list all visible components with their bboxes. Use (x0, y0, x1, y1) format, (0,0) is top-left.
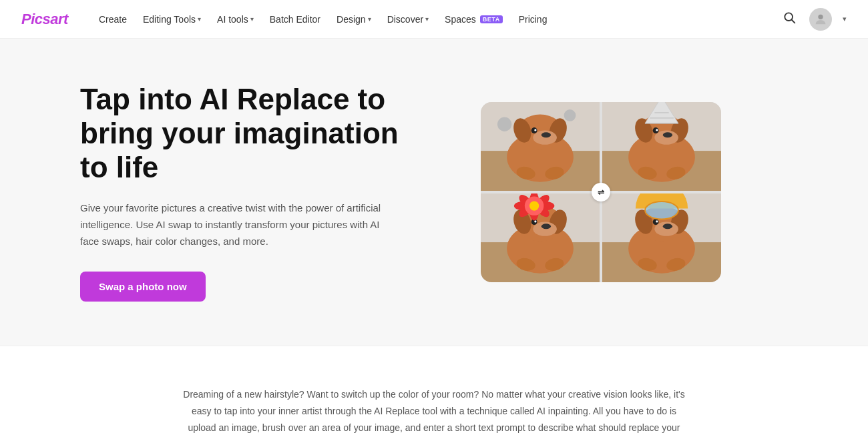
chevron-down-icon: ▾ (368, 15, 371, 23)
dog-image-hat1 (602, 102, 721, 191)
nav-link-create[interactable]: Create (92, 10, 134, 29)
nav-right: ▾ (780, 8, 847, 31)
svg-line-1 (792, 20, 795, 23)
bottom-section: Dreaming of a new hairstyle? Want to swi… (0, 346, 868, 439)
hero-text: Tap into AI Replace to bring your imagin… (80, 83, 427, 301)
navbar: Picsart CreateEditing Tools▾AI tools▾Bat… (0, 0, 868, 39)
avatar[interactable] (809, 8, 832, 31)
svg-point-2 (818, 14, 823, 19)
hero-section: Tap into AI Replace to bring your imagin… (0, 39, 868, 346)
logo[interactable]: Picsart (21, 11, 68, 28)
transition-arrow: ⇌ (592, 183, 610, 201)
nav-link-ai-tools[interactable]: AI tools▾ (210, 10, 260, 29)
swap-photo-button[interactable]: Swap a photo now (80, 272, 206, 302)
nav-link-batch-editor[interactable]: Batch Editor (263, 10, 327, 29)
chevron-down-icon: ▾ (198, 15, 201, 23)
nav-link-design[interactable]: Design▾ (330, 10, 378, 29)
chevron-down-icon: ▾ (250, 15, 254, 23)
nav-link-spaces[interactable]: SpacesBETA (438, 10, 509, 29)
dog-image-helmet (602, 193, 721, 282)
hero-image-grid: ⇌ (481, 102, 721, 282)
bottom-text: Dreaming of a new hairstyle? Want to swi… (180, 386, 688, 439)
hero-subtitle: Give your favorite pictures a creative t… (80, 200, 387, 250)
avatar-chevron[interactable]: ▾ (843, 15, 847, 23)
chevron-down-icon: ▾ (425, 15, 429, 23)
dog-image-original (481, 102, 600, 191)
beta-badge: BETA (480, 15, 503, 23)
nav-links: CreateEditing Tools▾AI tools▾Batch Edito… (92, 10, 780, 29)
nav-link-pricing[interactable]: Pricing (512, 10, 554, 29)
dog-image-body (481, 193, 600, 282)
hero-title: Tap into AI Replace to bring your imagin… (80, 83, 427, 184)
search-icon[interactable] (780, 8, 799, 30)
nav-link-discover[interactable]: Discover▾ (381, 10, 435, 29)
nav-link-editing-tools[interactable]: Editing Tools▾ (136, 10, 208, 29)
